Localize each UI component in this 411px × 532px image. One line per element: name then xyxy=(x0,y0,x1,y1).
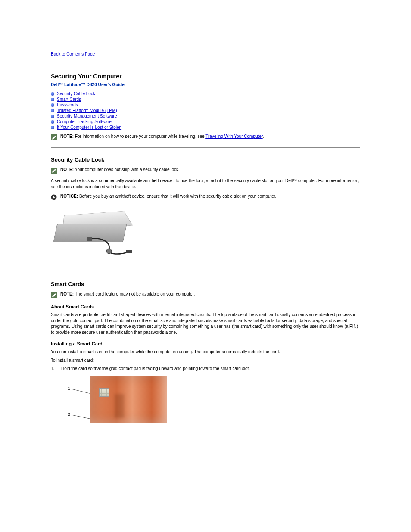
note-link-traveling[interactable]: Traveling With Your Computer xyxy=(206,134,262,139)
bullet-icon xyxy=(51,115,54,118)
notice-icon xyxy=(51,194,57,200)
toc-link-security-mgmt[interactable]: Security Management Software xyxy=(57,114,117,118)
callout-1: 1 xyxy=(68,386,70,391)
svg-point-6 xyxy=(106,249,112,254)
note-body-a: For information on how to secure your co… xyxy=(74,134,206,139)
notice-prefix: NOTICE: xyxy=(60,194,78,199)
bullet-icon xyxy=(51,120,54,124)
toc-link-tpm[interactable]: Trusted Platform Module (TPM) xyxy=(57,108,117,113)
svg-rect-3 xyxy=(52,172,53,173)
install-smart-title: Installing a Smart Card xyxy=(51,341,360,346)
toc-item: Passwords xyxy=(51,103,360,107)
bullet-icon xyxy=(51,126,54,129)
toc-item: Trusted Platform Module (TPM) xyxy=(51,108,360,113)
note-text: NOTE: The smart card feature may not be … xyxy=(60,292,195,296)
note-prefix: NOTE: xyxy=(60,292,74,296)
note-smart: NOTE: The smart card feature may not be … xyxy=(51,292,360,298)
notice-text: NOTICE: Before you buy an antitheft devi… xyxy=(60,194,276,199)
note-lock: NOTE: Your computer does not ship with a… xyxy=(51,167,360,174)
toc-item: Smart Cards xyxy=(51,97,360,102)
laptop-lock-illustration xyxy=(51,205,133,265)
smartcard-illustration: 1 2 xyxy=(68,376,171,428)
bullet-icon xyxy=(51,98,54,101)
smartcard-graphic xyxy=(90,376,167,423)
step-text: Hold the card so that the gold contact p… xyxy=(61,366,250,371)
note-icon xyxy=(51,134,57,140)
toc-list: Security Cable Lock Smart Cards Password… xyxy=(51,91,360,130)
note-icon xyxy=(51,292,57,298)
toc-item: Security Management Software xyxy=(51,114,360,118)
callout-2: 2 xyxy=(68,412,70,417)
lock-body: A security cable lock is a commercially … xyxy=(51,178,360,190)
section-title-lock: Security Cable Lock xyxy=(51,156,360,163)
back-to-contents-link[interactable]: Back to Contents Page xyxy=(51,52,95,56)
svg-rect-9 xyxy=(52,297,53,297)
install-p2: To install a smart card: xyxy=(51,358,360,364)
page-title: Securing Your Computer xyxy=(51,73,360,80)
bullet-icon xyxy=(51,103,54,107)
divider xyxy=(51,147,360,148)
note-icon xyxy=(51,168,57,174)
note-prefix: NOTE: xyxy=(60,134,74,139)
svg-rect-5 xyxy=(87,237,92,241)
section-title-smart: Smart Cards xyxy=(51,281,360,287)
install-p1: You can install a smart card in the comp… xyxy=(51,349,360,355)
note-text: NOTE: Your computer does not ship with a… xyxy=(60,167,180,172)
note-travel: NOTE: For information on how to secure y… xyxy=(51,134,360,140)
toc-item: If Your Computer Is Lost or Stolen xyxy=(51,125,360,130)
note-body-b: . xyxy=(263,134,264,139)
chip-icon xyxy=(99,388,109,397)
note-body: Your computer does not ship with a secur… xyxy=(74,167,180,172)
note-prefix: NOTE: xyxy=(60,167,74,172)
toc-link-passwords[interactable]: Passwords xyxy=(57,103,78,107)
step-number: 1. xyxy=(51,366,61,372)
toc-item: Security Cable Lock xyxy=(51,91,360,96)
toc-link-smart-cards[interactable]: Smart Cards xyxy=(57,97,81,102)
divider xyxy=(51,272,360,272)
svg-rect-7 xyxy=(126,250,132,253)
notice-lock: NOTICE: Before you buy an antitheft devi… xyxy=(51,194,360,200)
legend-table-top xyxy=(51,436,237,440)
guide-subtitle: Dell™ Latitude™ D820 User's Guide xyxy=(51,82,360,87)
bullet-icon xyxy=(51,92,54,96)
note-body: The smart card feature may not be availa… xyxy=(74,292,195,296)
svg-rect-1 xyxy=(52,139,53,140)
about-smart-body: Smart cards are portable credit-card sha… xyxy=(51,312,360,335)
toc-link-security-cable-lock[interactable]: Security Cable Lock xyxy=(57,91,95,96)
svg-line-11 xyxy=(72,415,92,419)
about-smart-title: About Smart Cards xyxy=(51,304,360,309)
toc-link-tracking[interactable]: Computer Tracking Software xyxy=(57,119,112,124)
notice-body: Before you buy an antitheft device, ensu… xyxy=(78,194,276,199)
toc-item: Computer Tracking Software xyxy=(51,119,360,124)
note-text: NOTE: For information on how to secure y… xyxy=(60,134,264,139)
bullet-icon xyxy=(51,109,54,112)
install-step1: 1.Hold the card so that the gold contact… xyxy=(51,366,360,372)
toc-link-lost-stolen[interactable]: If Your Computer Is Lost or Stolen xyxy=(57,125,121,130)
